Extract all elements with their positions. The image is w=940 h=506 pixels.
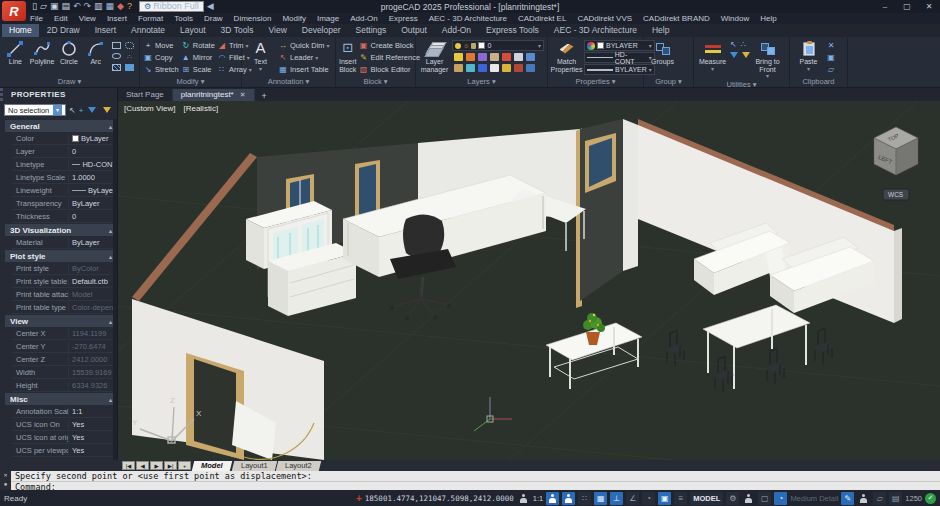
line-button[interactable]: Line bbox=[3, 39, 28, 66]
edit-reference-button[interactable]: ✎Edit Reference bbox=[359, 52, 421, 63]
stretch-button[interactable]: ↘Stretch bbox=[143, 64, 179, 75]
move-button[interactable]: +Move bbox=[143, 40, 179, 51]
status-ok-icon[interactable]: ✓ bbox=[925, 493, 936, 504]
layer-delete-icon[interactable] bbox=[514, 64, 523, 72]
coordinates-display[interactable]: 185001.4774,121047.5098,2412.0000 bbox=[365, 494, 514, 503]
menu-image[interactable]: Image bbox=[317, 14, 339, 23]
row-annotation-scale[interactable]: Annotation Scale1:1 bbox=[12, 405, 117, 418]
tab-drawing[interactable]: planritningtest*✕ bbox=[173, 89, 255, 101]
menu-dimension[interactable]: Dimension bbox=[234, 14, 272, 23]
annotation-visibility-icon[interactable] bbox=[546, 492, 559, 505]
menu-help[interactable]: Help bbox=[760, 14, 776, 23]
settings-gear-icon[interactable]: ⚙ bbox=[726, 492, 739, 505]
group-panel-label[interactable]: Group ▾ bbox=[644, 77, 693, 87]
cut-button[interactable]: ✕ bbox=[826, 40, 836, 51]
circle-button[interactable]: Circle bbox=[57, 39, 82, 66]
row-center-x[interactable]: Center X1194.1199 bbox=[12, 327, 117, 340]
layer-isolate-icon[interactable] bbox=[526, 53, 535, 61]
visual-style-label[interactable]: [Realistic] bbox=[183, 104, 218, 113]
layer-prev-icon[interactable] bbox=[478, 64, 487, 72]
point-icon[interactable]: ∴ bbox=[125, 53, 134, 60]
folder-icon[interactable]: ▱ bbox=[873, 492, 886, 505]
graphics-pencil-icon[interactable]: ✎ bbox=[841, 492, 854, 505]
print-icon[interactable]: ▥ bbox=[94, 2, 103, 11]
layer-manager-button[interactable]: Layer manager bbox=[419, 39, 450, 73]
groups-button[interactable]: Groups bbox=[647, 39, 678, 66]
tab-insert[interactable]: Insert bbox=[88, 24, 123, 37]
tab-layout2[interactable]: Layout2 bbox=[276, 461, 321, 471]
hatch-icon[interactable] bbox=[112, 64, 121, 71]
menu-caddirekt-brand[interactable]: CADdirekt BRAND bbox=[643, 14, 710, 23]
menu-draw[interactable]: Draw bbox=[204, 14, 223, 23]
row-ucs-icon-origin[interactable]: UCS icon at originYes bbox=[12, 431, 117, 444]
open-icon[interactable]: ▱ bbox=[40, 2, 47, 11]
layer-thaw-icon[interactable] bbox=[514, 53, 523, 61]
row-print-table-attach[interactable]: Print table attach...Model bbox=[12, 288, 117, 301]
measure-button[interactable]: Measure▾ bbox=[697, 39, 728, 72]
copy-clip-button[interactable]: ▣ bbox=[826, 52, 836, 63]
save-all-icon[interactable]: ▤ bbox=[61, 2, 70, 11]
insert-block-button[interactable]: ⊡ Insert Block bbox=[339, 39, 357, 73]
row-center-y[interactable]: Center Y-270.6474 bbox=[12, 340, 117, 353]
close-button[interactable]: ✕ bbox=[918, 2, 940, 11]
tab-model[interactable]: Model bbox=[192, 461, 232, 471]
properties-list[interactable]: General▴ ColorByLayer Layer0 LinetypeHD-… bbox=[0, 119, 117, 460]
first-tab-button[interactable]: |◀ bbox=[122, 461, 135, 470]
paste-button[interactable]: Paste▾ bbox=[793, 39, 824, 72]
menu-modify[interactable]: Modify bbox=[282, 14, 306, 23]
detail-level-label[interactable]: Medium Detail bbox=[790, 494, 838, 503]
row-print-style[interactable]: Print styleByColor bbox=[12, 262, 117, 275]
row-transparency[interactable]: TransparencyByLayer bbox=[12, 197, 117, 210]
row-thickness[interactable]: Thickness0 bbox=[12, 210, 117, 223]
redo-icon[interactable]: ↷ bbox=[83, 2, 91, 11]
layers-panel-label[interactable]: Layers ▾ bbox=[416, 77, 547, 87]
create-block-button[interactable]: ▣Create Block bbox=[359, 40, 421, 51]
select-objects-icon[interactable]: ↖ bbox=[69, 106, 76, 115]
row-height[interactable]: Height6334.9326 bbox=[12, 379, 117, 392]
section-misc[interactable]: Misc▴ bbox=[5, 393, 117, 405]
layer-off-icon[interactable] bbox=[502, 53, 511, 61]
menu-tools[interactable]: Tools bbox=[174, 14, 193, 23]
layer-state-icon[interactable] bbox=[490, 64, 499, 72]
row-ucs-icon-on[interactable]: UCS icon OnYes bbox=[12, 418, 117, 431]
filter-icon[interactable] bbox=[730, 52, 738, 58]
tab-output[interactable]: Output bbox=[394, 24, 434, 37]
match-properties-button[interactable]: Match Properties bbox=[551, 39, 582, 73]
selection-dropdown[interactable]: No selection▾ bbox=[4, 104, 66, 116]
etrack-toggle[interactable]: ◔ bbox=[642, 492, 655, 505]
user-icon[interactable] bbox=[742, 492, 755, 505]
row-print-table-type[interactable]: Print table typeColor-dependent .. bbox=[12, 301, 117, 314]
ortho-toggle[interactable]: ⊥ bbox=[610, 492, 623, 505]
rotate-button[interactable]: ↻Rotate bbox=[181, 40, 215, 51]
layer-merge-icon[interactable] bbox=[502, 64, 511, 72]
menu-caddirekt-vvs[interactable]: CADdirekt VVS bbox=[577, 14, 632, 23]
tab-annotate[interactable]: Annotate bbox=[124, 24, 172, 37]
block-editor-button[interactable]: ▧Block Editor bbox=[359, 64, 421, 75]
save-icon[interactable]: ▣ bbox=[50, 2, 59, 11]
modify-panel-label[interactable]: Modify ▾ bbox=[140, 77, 241, 87]
tab-view[interactable]: View bbox=[262, 24, 294, 37]
tab-help[interactable]: Help bbox=[645, 24, 676, 37]
layer-on-icon[interactable] bbox=[454, 53, 463, 61]
lwt-toggle[interactable]: ≡ bbox=[674, 492, 687, 505]
copy-button[interactable]: ▣Copy bbox=[143, 52, 179, 63]
scale-button[interactable]: ⊞Scale bbox=[181, 64, 215, 75]
polar-toggle[interactable]: ∠ bbox=[626, 492, 639, 505]
help-icon[interactable]: ? bbox=[127, 2, 132, 11]
viewport-controls[interactable]: [Custom View] [Realistic] bbox=[124, 104, 218, 113]
filter-edit-icon[interactable] bbox=[742, 52, 750, 58]
tab-layout1[interactable]: Layout1 bbox=[231, 461, 276, 471]
row-material[interactable]: MaterialByLayer bbox=[12, 236, 117, 249]
app-logo-icon[interactable]: R bbox=[2, 1, 26, 21]
bring-to-front-button[interactable]: Bring to Front▾ bbox=[752, 39, 783, 80]
section-plot-style[interactable]: Plot style▴ bbox=[5, 250, 117, 262]
close-command-icon[interactable]: ✕ bbox=[4, 472, 8, 478]
tab-aec[interactable]: AEC - 3D Architecture bbox=[547, 24, 644, 37]
menu-window[interactable]: Window bbox=[721, 14, 749, 23]
pin-command-icon[interactable]: ▪ bbox=[4, 481, 8, 487]
row-ucs-per-viewport[interactable]: UCS per viewportYes bbox=[12, 444, 117, 457]
tab-layout[interactable]: Layout bbox=[173, 24, 213, 37]
monitor-icon[interactable]: ▢ bbox=[758, 492, 771, 505]
layer-unlock-icon[interactable] bbox=[490, 53, 499, 61]
layer-match-icon[interactable] bbox=[466, 64, 475, 72]
